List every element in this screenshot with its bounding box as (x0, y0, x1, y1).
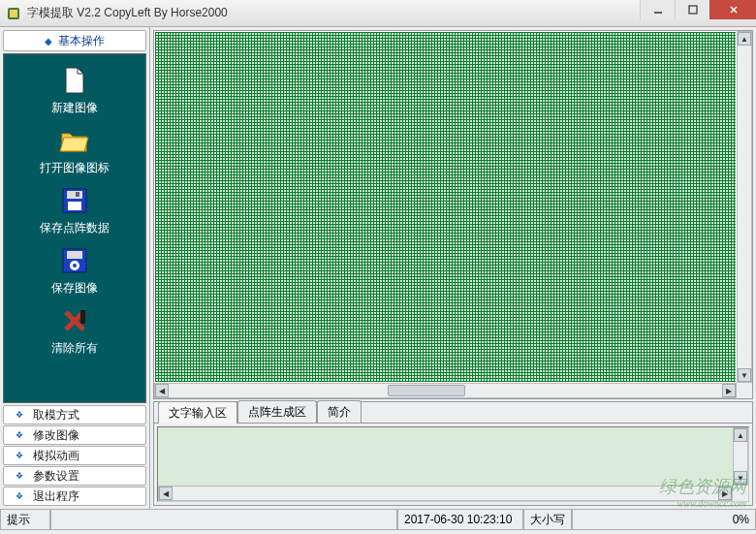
close-button[interactable] (709, 0, 756, 19)
scroll-corner (737, 383, 752, 398)
status-bar: 提示 2017-06-30 10:23:10 大小写 0% (0, 509, 756, 530)
sidebar-btn-label: 参数设置 (33, 468, 79, 485)
sidebar-btn-label: 模拟动画 (33, 448, 79, 464)
panel-scrollbar-vertical[interactable]: ▲ ▼ (733, 427, 748, 486)
tab-bar: 文字输入区 点阵生成区 简介 (154, 402, 752, 424)
scroll-down-icon[interactable]: ▼ (738, 368, 751, 382)
sidebar-btn-settings[interactable]: 参数设置 (3, 466, 146, 486)
sidebar: ◆ 基本操作 新建图像 打开图像图标 保存点阵数据 保存图像 清除所有 (0, 27, 150, 509)
scroll-thumb[interactable] (388, 385, 465, 396)
maximize-button[interactable] (675, 0, 709, 19)
sidebar-btn-mode[interactable]: 取模方式 (3, 405, 146, 424)
svg-point-13 (73, 264, 77, 267)
sidebar-item-label: 清除所有 (51, 340, 98, 357)
sidebar-item-save-image[interactable]: 保存图像 (51, 244, 98, 297)
scroll-right-icon[interactable]: ▶ (722, 384, 736, 397)
status-progress: 0% (572, 510, 756, 530)
scroll-up-icon[interactable]: ▲ (734, 428, 747, 442)
svg-rect-11 (67, 251, 82, 259)
sidebar-item-label: 新建图像 (51, 100, 98, 116)
floppy-icon (58, 244, 91, 277)
status-caps: 大小写 (523, 510, 572, 530)
scroll-left-icon[interactable]: ◀ (159, 487, 173, 500)
status-tip: 提示 (0, 510, 50, 530)
svg-rect-16 (80, 310, 85, 324)
panel-scrollbar-horizontal[interactable]: ◀ ▶ (158, 486, 733, 501)
sidebar-btn-label: 修改图像 (33, 427, 79, 444)
sidebar-btn-edit[interactable]: 修改图像 (3, 425, 146, 445)
sidebar-footer: 取模方式 修改图像 模拟动画 参数设置 退出程序 (3, 405, 146, 506)
sidebar-btn-animate[interactable]: 模拟动画 (3, 446, 146, 465)
titlebar: 字模提取 V2.2 CopyLeft By Horse2000 (0, 0, 756, 27)
sidebar-item-new-image[interactable]: 新建图像 (51, 64, 98, 116)
svg-rect-3 (689, 6, 697, 14)
sidebar-item-label: 打开图像图标 (40, 160, 110, 176)
sidebar-toolbox: 新建图像 打开图像图标 保存点阵数据 保存图像 清除所有 (3, 53, 146, 403)
floppy-save-icon (58, 184, 91, 217)
canvas-scrollbar-vertical[interactable]: ▲ ▼ (737, 31, 752, 383)
sidebar-item-save-matrix[interactable]: 保存点阵数据 (40, 184, 110, 236)
scroll-corner (733, 486, 748, 501)
status-caps-label: 大小写 (530, 512, 565, 528)
tab-label: 点阵生成区 (248, 405, 306, 419)
minimize-button[interactable] (640, 0, 675, 19)
tab-content: ◀ ▶ ▲ ▼ (157, 426, 749, 502)
tab-about[interactable]: 简介 (317, 400, 362, 423)
tab-label: 简介 (328, 405, 351, 419)
status-timestamp: 2017-06-30 10:23:10 (397, 510, 523, 530)
tab-label: 文字输入区 (169, 406, 227, 420)
sidebar-header-label: 基本操作 (58, 33, 105, 49)
app-icon (6, 6, 21, 21)
scroll-up-icon[interactable]: ▲ (738, 32, 751, 46)
scroll-left-icon[interactable]: ◀ (155, 384, 169, 397)
svg-rect-8 (68, 202, 81, 210)
scroll-down-icon[interactable]: ▼ (734, 471, 747, 485)
sidebar-item-open-image[interactable]: 打开图像图标 (40, 124, 110, 176)
scroll-right-icon[interactable]: ▶ (718, 487, 732, 500)
status-tip-label: 提示 (7, 512, 30, 528)
sidebar-item-clear-all[interactable]: 清除所有 (51, 304, 98, 357)
status-time-label: 2017-06-30 10:23:10 (404, 513, 512, 526)
pixel-canvas[interactable] (155, 32, 736, 382)
status-spacer (50, 510, 397, 530)
diamond-icon: ◆ (45, 36, 52, 47)
workspace: ◀ ▶ ▲ ▼ 文字输入区 点阵生成区 简介 ◀ ▶ (150, 27, 756, 509)
text-input-area[interactable] (158, 427, 733, 486)
tab-matrix-output[interactable]: 点阵生成区 (237, 400, 317, 423)
sidebar-item-label: 保存点阵数据 (40, 220, 110, 236)
tab-text-input[interactable]: 文字输入区 (158, 401, 237, 424)
bottom-panel: 文字输入区 点阵生成区 简介 ◀ ▶ ▲ ▼ (153, 401, 753, 506)
svg-rect-1 (10, 10, 17, 17)
clear-icon (58, 304, 91, 337)
sidebar-item-label: 保存图像 (51, 280, 98, 297)
sidebar-btn-label: 取模方式 (33, 407, 79, 424)
canvas-panel: ◀ ▶ ▲ ▼ (153, 30, 753, 399)
sidebar-btn-exit[interactable]: 退出程序 (3, 487, 146, 506)
status-progress-label: 0% (733, 513, 749, 526)
file-icon (58, 64, 91, 97)
sidebar-btn-label: 退出程序 (33, 488, 79, 505)
svg-rect-7 (67, 191, 82, 199)
sidebar-header[interactable]: ◆ 基本操作 (3, 30, 146, 51)
folder-open-icon (58, 124, 91, 157)
canvas-scrollbar-horizontal[interactable]: ◀ ▶ (154, 383, 737, 398)
svg-rect-9 (76, 192, 79, 197)
